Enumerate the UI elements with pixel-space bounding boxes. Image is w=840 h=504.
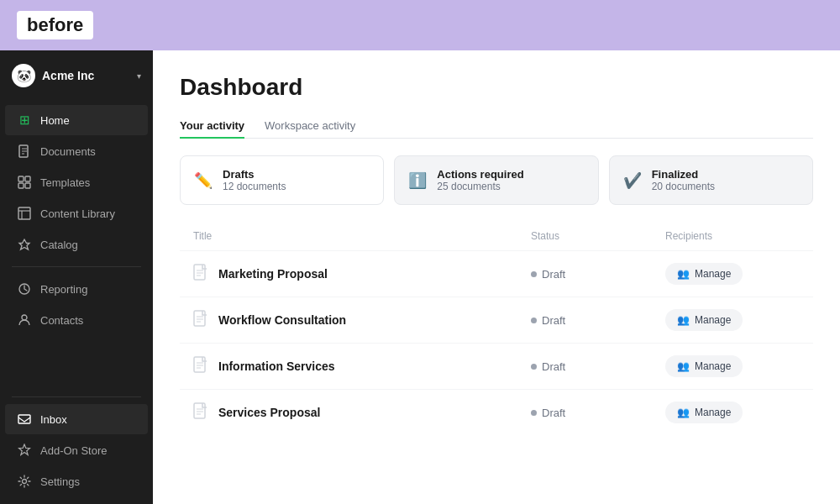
status-dot-icon xyxy=(531,410,537,416)
sidebar-divider-2 xyxy=(12,396,141,397)
stats-row: ✏️ Drafts 12 documents ℹ️ Actions requir… xyxy=(180,155,813,205)
doc-file-icon xyxy=(193,356,208,377)
company-logo-icon: 🐼 xyxy=(12,64,35,87)
sidebar-item-label: Templates xyxy=(40,176,90,189)
finalized-icon: ✔️ xyxy=(623,171,642,190)
sidebar-item-label: Home xyxy=(40,114,70,127)
actions-info: Actions required 25 documents xyxy=(437,168,523,192)
doc-status: Draft xyxy=(531,314,665,327)
doc-recipients-cell: 👥 Manage xyxy=(665,355,800,377)
sidebar-item-reporting[interactable]: Reporting xyxy=(5,274,148,304)
documents-icon xyxy=(17,144,32,159)
actions-required-icon: ℹ️ xyxy=(408,171,427,190)
doc-name: Marketing Proposal xyxy=(218,267,328,281)
doc-file-icon xyxy=(193,402,208,423)
doc-name: Workflow Consultation xyxy=(218,313,346,327)
sidebar-item-label: Settings xyxy=(40,475,80,488)
sidebar-item-contacts[interactable]: Contacts xyxy=(5,305,148,335)
table-header: Title Status Recipients xyxy=(180,225,813,247)
sidebar-company-header[interactable]: 🐼 Acme Inc ▾ xyxy=(0,50,153,101)
addon-store-icon xyxy=(17,443,32,458)
drafts-info: Drafts 12 documents xyxy=(223,168,286,192)
sidebar-item-settings[interactable]: Settings xyxy=(5,466,148,496)
svg-point-10 xyxy=(23,480,27,484)
col-header-status: Status xyxy=(531,230,665,242)
table-row: Information Services Draft 👥 Manage xyxy=(180,343,813,389)
manage-label: Manage xyxy=(695,268,731,280)
manage-label: Manage xyxy=(695,407,731,418)
templates-icon xyxy=(17,175,32,190)
actions-count: 25 documents xyxy=(437,181,523,192)
sidebar-item-content-library[interactable]: Content Library xyxy=(5,198,148,228)
settings-icon xyxy=(17,474,32,489)
status-dot-icon xyxy=(531,318,537,323)
stat-card-drafts: ✏️ Drafts 12 documents xyxy=(180,155,384,205)
sidebar-item-label: Catalog xyxy=(40,239,78,251)
doc-title-cell: Workflow Consultation xyxy=(193,310,531,331)
manage-button[interactable]: 👥 Manage xyxy=(665,355,743,377)
svg-rect-12 xyxy=(194,311,205,326)
doc-title-cell: Information Services xyxy=(193,356,531,377)
status-label: Draft xyxy=(542,268,565,281)
table-row: Workflow Consultation Draft 👥 Manage xyxy=(180,297,813,343)
content-library-icon xyxy=(17,206,32,221)
sidebar-item-home[interactable]: ⊞ Home xyxy=(5,105,148,135)
svg-rect-1 xyxy=(18,176,24,181)
doc-name: Information Services xyxy=(218,360,335,373)
doc-file-icon xyxy=(193,310,208,331)
manage-users-icon: 👥 xyxy=(677,407,690,418)
status-label: Draft xyxy=(542,360,565,373)
tab-your-activity[interactable]: Your activity xyxy=(180,114,244,139)
sidebar-item-label: Add-On Store xyxy=(40,444,108,457)
status-dot-icon xyxy=(531,271,537,277)
tab-workspace-activity[interactable]: Workspace activity xyxy=(265,114,355,139)
company-name: Acme Inc xyxy=(42,69,130,82)
sidebar: 🐼 Acme Inc ▾ ⊞ Home Documents Templates xyxy=(0,50,153,504)
doc-name: Services Proposal xyxy=(218,406,320,419)
sidebar-item-addon-store[interactable]: Add-On Store xyxy=(5,435,148,465)
finalized-count: 20 documents xyxy=(652,181,715,192)
finalized-label: Finalized xyxy=(652,168,715,181)
col-header-recipients: Recipients xyxy=(665,230,800,242)
manage-button[interactable]: 👥 Manage xyxy=(665,402,743,423)
status-label: Draft xyxy=(542,314,565,327)
stat-card-finalized: ✔️ Finalized 20 documents xyxy=(609,155,813,205)
status-dot-icon xyxy=(531,364,537,370)
doc-status: Draft xyxy=(531,268,665,281)
svg-rect-14 xyxy=(194,403,205,418)
contacts-icon xyxy=(17,312,32,328)
page-title: Dashboard xyxy=(180,74,813,101)
sidebar-item-label: Contacts xyxy=(40,314,83,327)
svg-rect-4 xyxy=(25,183,30,188)
sidebar-item-templates[interactable]: Templates xyxy=(5,167,148,197)
top-bar: before xyxy=(0,0,840,50)
documents-table: Marketing Proposal Draft 👥 Manage Workfl… xyxy=(180,250,813,435)
drafts-count: 12 documents xyxy=(223,181,286,192)
stat-card-actions-required: ℹ️ Actions required 25 documents xyxy=(394,155,598,205)
app-logo: before xyxy=(17,11,93,39)
manage-users-icon: 👥 xyxy=(677,268,690,280)
sidebar-item-catalog[interactable]: Catalog xyxy=(5,229,148,260)
sidebar-divider xyxy=(12,266,141,267)
main-container: 🐼 Acme Inc ▾ ⊞ Home Documents Templates xyxy=(0,50,840,504)
sidebar-item-label: Reporting xyxy=(40,283,87,296)
content-area: Dashboard Your activity Workspace activi… xyxy=(153,50,840,504)
sidebar-item-documents[interactable]: Documents xyxy=(5,136,148,166)
svg-marker-9 xyxy=(19,444,30,455)
table-row: Marketing Proposal Draft 👥 Manage xyxy=(180,250,813,297)
manage-button[interactable]: 👥 Manage xyxy=(665,309,743,331)
sidebar-item-label: Inbox xyxy=(40,413,67,426)
reporting-icon xyxy=(17,281,32,297)
finalized-info: Finalized 20 documents xyxy=(652,168,715,192)
manage-users-icon: 👥 xyxy=(677,360,690,372)
sidebar-item-inbox[interactable]: Inbox xyxy=(5,404,148,434)
manage-users-icon: 👥 xyxy=(677,314,690,326)
svg-rect-3 xyxy=(18,183,24,188)
manage-button[interactable]: 👥 Manage xyxy=(665,263,743,285)
chevron-down-icon: ▾ xyxy=(137,71,141,81)
sidebar-nav: ⊞ Home Documents Templates Content L xyxy=(0,101,153,386)
catalog-icon xyxy=(17,237,32,252)
doc-status: Draft xyxy=(531,407,665,419)
svg-rect-5 xyxy=(18,207,30,219)
table-row: Services Proposal Draft 👥 Manage xyxy=(180,389,813,435)
